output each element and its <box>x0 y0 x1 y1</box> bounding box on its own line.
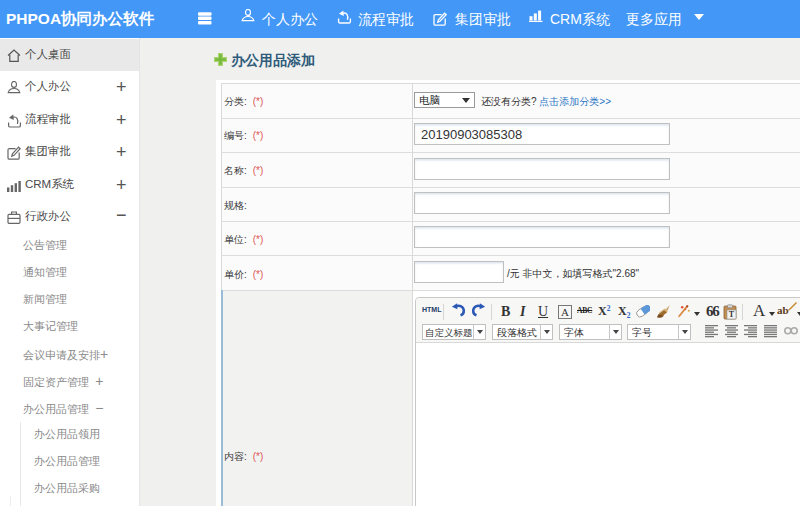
svg-text:T: T <box>729 310 735 319</box>
